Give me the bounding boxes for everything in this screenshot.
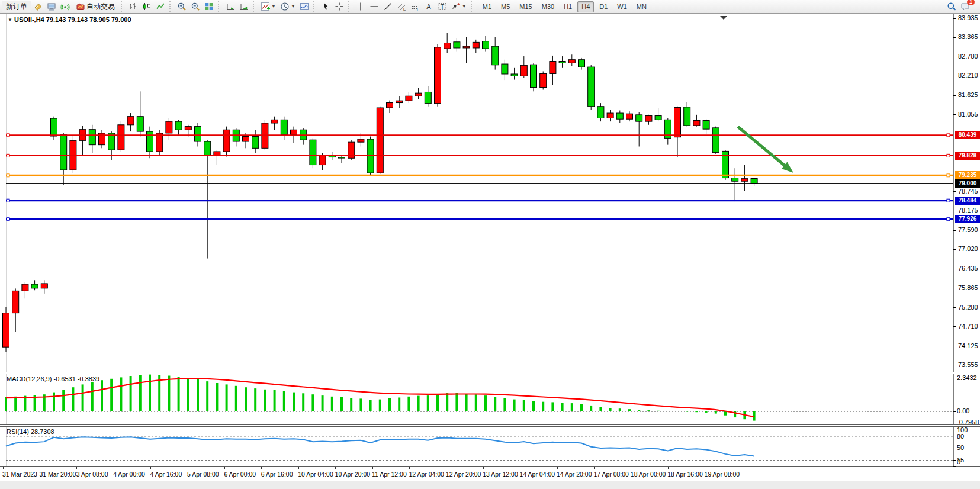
toolbar-separator (253, 1, 256, 12)
chart-candles-button[interactable] (140, 1, 153, 12)
candlestick-icon (142, 2, 152, 11)
autotrade-label: 自动交易 (86, 2, 115, 12)
tile-windows-button[interactable] (203, 1, 216, 12)
search-button[interactable] (945, 1, 958, 12)
price-tick-label: 75.865 (958, 284, 978, 291)
fibonacci-button[interactable]: F (409, 1, 422, 12)
trendline-button[interactable] (381, 1, 394, 12)
svg-text:A: A (426, 3, 431, 11)
axis-tick (953, 466, 956, 467)
price-tick-label: 82.210 (958, 72, 978, 79)
timeframe-button-w1[interactable]: W1 (613, 1, 631, 12)
timeframe-button-m15[interactable]: M15 (515, 1, 536, 12)
macd-tick-label: 2.3432 (957, 374, 977, 381)
axis-tick (953, 18, 956, 19)
toolbar-separator (169, 1, 172, 12)
timeframe-button-m5[interactable]: M5 (497, 1, 514, 12)
signal-icon (60, 2, 70, 11)
toolbar-separator (471, 1, 474, 12)
notification-badge: 1 (967, 0, 975, 5)
zoom-out-icon (191, 2, 200, 11)
rsi-tick-label: 0 (957, 458, 960, 465)
time-label: 13 Apr 12:00 (483, 471, 518, 478)
time-label: 10 Apr 20:00 (335, 471, 371, 478)
axis-tick (953, 269, 956, 269)
channel-button[interactable]: E (395, 1, 408, 12)
chart-bars-button[interactable] (127, 1, 140, 12)
autotrade-button[interactable]: 自动交易 (72, 1, 118, 12)
axis-tick (953, 230, 956, 231)
axis-tick (953, 57, 956, 57)
signal-button[interactable] (59, 1, 72, 12)
time-axis[interactable]: 31 Mar 202331 Mar 20:003 Apr 08:004 Apr … (0, 467, 980, 481)
status-strip (0, 481, 980, 489)
templates-button[interactable] (298, 1, 311, 12)
time-label: 31 Mar 2023 (2, 471, 37, 478)
price-badge-79.828: 79.828 (955, 152, 980, 160)
macd-tick-label: -0.7958 (957, 419, 979, 426)
autoscroll-icon (226, 2, 235, 11)
zoom-in-button[interactable] (175, 1, 188, 12)
timeframe-button-h1[interactable]: H1 (560, 1, 576, 12)
svg-text:E: E (403, 7, 406, 11)
search-icon (947, 2, 956, 11)
add-indicator-icon (261, 2, 270, 11)
time-label: 14 Apr 20:00 (557, 471, 592, 478)
axis-tick (953, 249, 956, 250)
crosshair-button[interactable] (333, 1, 346, 12)
time-label: 12 Apr 20:00 (446, 471, 481, 478)
horizontal-line-icon (369, 2, 379, 11)
arrows-button[interactable]: ▼ (449, 1, 468, 12)
crosshair-icon (335, 2, 344, 11)
time-axis-tick (409, 467, 410, 469)
autoscroll-button[interactable] (224, 1, 237, 12)
timeframe-button-d1[interactable]: D1 (595, 1, 612, 12)
price-tick-label: 81.625 (958, 91, 978, 98)
price-tick-label: 82.780 (958, 53, 978, 60)
time-axis-tick (3, 467, 4, 469)
zoom-in-icon (177, 2, 187, 11)
rsi-pane[interactable] (0, 427, 980, 466)
macd-pane[interactable] (0, 374, 980, 424)
text-button[interactable]: A (422, 1, 435, 12)
horizontal-line-button[interactable] (368, 1, 381, 12)
rsi-tick-label: 80 (957, 433, 964, 440)
axis-tick (953, 114, 956, 115)
timeframe-button-h4[interactable]: H4 (577, 1, 594, 12)
vertical-line-button[interactable] (354, 1, 367, 12)
notifications-button[interactable]: 1 (959, 1, 972, 12)
order-tag-button[interactable] (31, 1, 44, 12)
label-button[interactable]: T (436, 1, 449, 12)
time-axis-tick (224, 467, 225, 469)
trendline-icon (383, 2, 393, 11)
indicators-button[interactable]: ▼ (259, 1, 278, 12)
price-chart-pane[interactable] (0, 14, 980, 372)
axis-tick (953, 460, 956, 461)
zoom-out-button[interactable] (189, 1, 202, 12)
chart-dropdown-arrow-icon[interactable]: ▼ (8, 17, 12, 22)
time-label: 19 Apr 08:00 (705, 471, 740, 478)
toolbar-separator (348, 1, 351, 12)
time-label: 18 Apr 00:00 (631, 471, 666, 478)
price-tick-label: 78.745 (958, 188, 978, 195)
price-tick-label: 76.435 (958, 265, 978, 272)
chart-shift-button[interactable] (237, 1, 250, 12)
timeframe-button-m1[interactable]: M1 (478, 1, 496, 12)
cursor-button[interactable] (319, 1, 332, 12)
clock-icon (280, 2, 290, 11)
timeframe-button-mn[interactable]: MN (632, 1, 651, 12)
new-order-button[interactable]: 新订单 (2, 1, 31, 12)
chart-line-button[interactable] (154, 1, 167, 12)
time-label: 5 Apr 08:00 (187, 471, 219, 478)
timeframe-button-m30[interactable]: M30 (538, 1, 558, 12)
time-axis-tick (335, 467, 336, 469)
periods-button[interactable]: ▼ (278, 1, 297, 12)
channel-icon: E (397, 2, 406, 11)
time-label: 3 Apr 08:00 (76, 471, 108, 478)
price-badge-79.235: 79.235 (955, 171, 980, 179)
svg-text:T: T (441, 3, 445, 10)
bar-chart-icon (128, 2, 138, 11)
time-label: 4 Apr 00:00 (113, 471, 145, 478)
time-axis-tick (594, 467, 595, 469)
terminal-button[interactable] (45, 1, 58, 12)
